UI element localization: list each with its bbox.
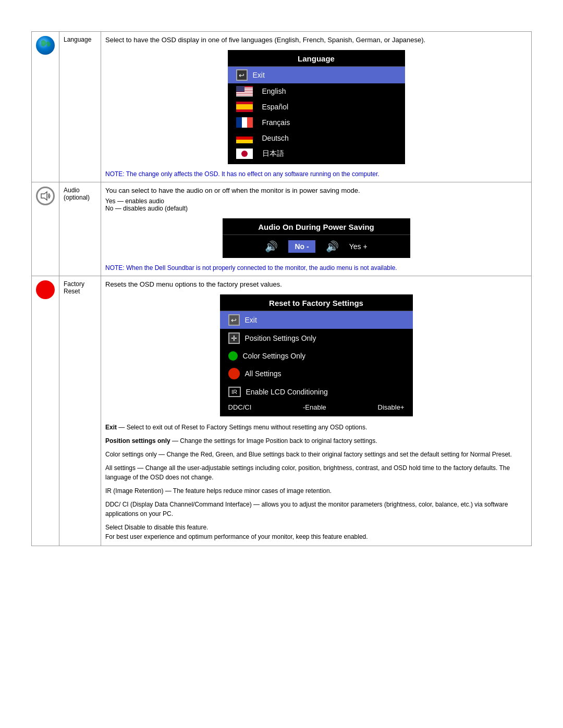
position-settings-row[interactable]: ✛ Position Settings Only <box>220 329 413 348</box>
osd-espanol-row[interactable]: Español <box>228 99 405 115</box>
exit-text: — Select to exit out of Reset to Factory… <box>117 424 367 431</box>
ddc-enable-label[interactable]: -Enable <box>303 403 326 411</box>
audio-osd-controls: 🔊 No - 🔊 Yes + <box>223 235 410 258</box>
factory-label: Factory Reset <box>59 276 101 546</box>
factory-exit-row[interactable]: ↩ Exit <box>220 311 413 329</box>
audio-content: You can select to have the audio on or o… <box>101 182 532 276</box>
all-settings-label: All Settings <box>245 369 282 378</box>
no-button[interactable]: No - <box>288 240 315 253</box>
speaker-icon-left: 🔊 <box>265 240 278 253</box>
flag-us-icon <box>236 86 253 96</box>
language-note: NOTE: The change only affects the OSD. I… <box>105 170 527 178</box>
all-settings-row[interactable]: All Settings <box>220 364 413 383</box>
factory-desc-items: Exit — Select to exit out of Reset to Fa… <box>105 423 527 541</box>
ddc-disable-label[interactable]: Disable+ <box>378 403 405 411</box>
color-settings-row[interactable]: Color Settings Only <box>220 348 413 364</box>
exit-bold: Exit <box>105 424 117 431</box>
exit-icon: ↩ <box>236 69 248 81</box>
osd-deutsch-row[interactable]: Deutsch <box>228 130 405 146</box>
ddc-row: DDC/CI -Enable Disable+ <box>220 401 413 416</box>
japanese-label: 日本語 <box>262 149 397 158</box>
factory-desc-5: DDC/ CI (Display Data Channel/Command In… <box>105 500 527 519</box>
position-bold: Position settings only <box>105 437 170 445</box>
english-label: English <box>262 87 397 95</box>
factory-desc-4: IR (Image Retention) — The feature helps… <box>105 486 527 496</box>
audio-no-line: No — disables audio (default) <box>105 205 527 212</box>
osd-exit-row[interactable]: ↩ Exit <box>228 67 405 83</box>
factory-exit-label: Exit <box>245 316 257 324</box>
yes-label: Yes + <box>349 242 368 251</box>
position-text: — Change the settings for Image Position… <box>170 437 377 445</box>
audio-lines: Yes — enables audio No — disables audio … <box>105 198 527 212</box>
factory-exit-icon: ↩ <box>228 314 240 326</box>
osd-japanese-row[interactable]: 日本語 <box>228 146 405 164</box>
audio-label: Audio (optional) <box>59 182 101 276</box>
audio-icon-cell <box>32 182 59 276</box>
color-settings-icon <box>228 351 238 361</box>
factory-desc-3: All settings — Change all the user-adjus… <box>105 463 527 482</box>
main-table: Language Select to have the OSD display … <box>31 31 532 546</box>
factory-desc-0: Exit — Select to exit out of Reset to Fa… <box>105 423 527 432</box>
flag-fr-icon <box>236 117 253 128</box>
exit-label: Exit <box>253 71 397 79</box>
position-settings-label: Position Settings Only <box>245 334 316 342</box>
language-icon-cell <box>32 32 59 182</box>
factory-description: Resets the OSD menu options to the facto… <box>105 280 527 288</box>
ir-icon: IR <box>228 387 241 397</box>
audio-row: Audio (optional) You can select to have … <box>32 182 532 276</box>
factory-desc-6: Select Disable to disable this feature. … <box>105 523 527 541</box>
svg-marker-1 <box>41 192 47 200</box>
position-icon: ✛ <box>228 332 240 344</box>
color-settings-label: Color Settings Only <box>243 352 306 360</box>
factory-desc-1: Position settings only — Change the sett… <box>105 436 527 446</box>
language-osd: Language ↩ Exit English Español <box>228 50 405 164</box>
lcd-conditioning-row[interactable]: IR Enable LCD Conditioning <box>220 383 413 401</box>
factory-icon-cell <box>32 276 59 546</box>
audio-osd: Audio On During Power Saving 🔊 No - 🔊 Ye… <box>223 218 410 258</box>
speaker-svg <box>40 191 51 201</box>
language-label: Language <box>59 32 101 182</box>
factory-desc-2: Color settings only — Change the Red, Gr… <box>105 450 527 459</box>
deutsch-label: Deutsch <box>262 134 397 142</box>
osd-francais-row[interactable]: Français <box>228 115 405 130</box>
language-content: Select to have the OSD display in one of… <box>101 32 532 182</box>
osd-english-row[interactable]: English <box>228 83 405 99</box>
speaker-icon-right: 🔊 <box>326 240 339 253</box>
language-osd-title: Language <box>228 50 405 67</box>
audio-yes-line: Yes — enables audio <box>105 198 527 205</box>
language-row: Language Select to have the OSD display … <box>32 32 532 182</box>
all-settings-icon <box>228 368 240 379</box>
factory-osd: Reset to Factory Settings ↩ Exit ✛ Posit… <box>220 294 413 416</box>
factory-osd-title: Reset to Factory Settings <box>220 294 413 311</box>
factory-content: Resets the OSD menu options to the facto… <box>101 276 532 546</box>
flag-es-icon <box>236 102 253 112</box>
language-description: Select to have the OSD display in one of… <box>105 36 527 44</box>
audio-osd-title: Audio On During Power Saving <box>223 218 410 235</box>
lcd-conditioning-label: Enable LCD Conditioning <box>246 388 328 396</box>
audio-description: You can select to have the audio on or o… <box>105 187 527 194</box>
audio-icon <box>36 187 55 205</box>
francais-label: Français <box>262 118 397 127</box>
factory-icon <box>36 280 55 299</box>
ddc-label: DDC/CI <box>228 403 252 411</box>
audio-note: NOTE: When the Dell Soundbar is not prop… <box>105 264 527 272</box>
globe-icon <box>36 36 55 55</box>
factory-reset-row: Factory Reset Resets the OSD menu option… <box>32 276 532 546</box>
espanol-label: Español <box>262 103 397 111</box>
flag-de-icon <box>236 133 253 143</box>
flag-jp-icon <box>236 149 253 159</box>
